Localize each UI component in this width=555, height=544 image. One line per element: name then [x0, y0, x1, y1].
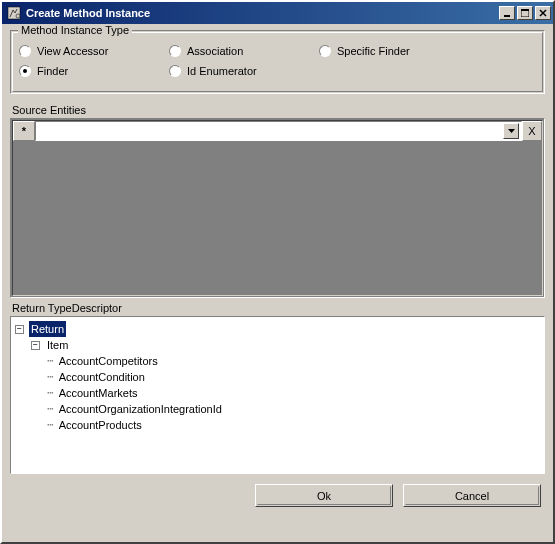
svg-rect-2	[504, 15, 510, 17]
svg-rect-4	[521, 9, 529, 11]
radio-icon	[19, 65, 31, 77]
source-entities-label: Source Entities	[12, 104, 545, 116]
tree-leaf[interactable]: ⋯ AccountCompetitors	[15, 353, 540, 369]
radio-icon	[19, 45, 31, 57]
button-label: Cancel	[455, 490, 489, 502]
tree-line-icon: ⋯	[47, 385, 53, 401]
return-type-label: Return TypeDescriptor	[12, 302, 545, 314]
radio-id-enumerator[interactable]: Id Enumerator	[169, 65, 319, 77]
tree-line-icon: ⋯	[47, 369, 53, 385]
window-controls	[499, 6, 551, 20]
radio-view-accessor[interactable]: View Accessor	[19, 45, 169, 57]
delete-row-button[interactable]: X	[522, 121, 542, 141]
radio-label: Id Enumerator	[187, 65, 257, 77]
svg-rect-0	[8, 7, 20, 19]
new-row-indicator: *	[13, 121, 35, 141]
cancel-button[interactable]: Cancel	[403, 484, 541, 507]
radio-specific-finder[interactable]: Specific Finder	[319, 45, 469, 57]
radio-icon	[169, 45, 181, 57]
maximize-button[interactable]	[517, 6, 533, 20]
tree-line-icon: ⋯	[47, 353, 53, 369]
group-legend: Method Instance Type	[18, 24, 132, 36]
collapse-icon[interactable]: −	[15, 325, 24, 334]
tree-leaf[interactable]: ⋯ AccountMarkets	[15, 385, 540, 401]
tree-leaf[interactable]: ⋯ AccountOrganizationIntegrationId	[15, 401, 540, 417]
source-entities-panel: * X	[10, 118, 545, 298]
grid-header-row: * X	[13, 121, 542, 141]
dropdown-button[interactable]	[503, 123, 519, 139]
minimize-button[interactable]	[499, 6, 515, 20]
radio-label: Finder	[37, 65, 68, 77]
button-bar: Ok Cancel	[10, 474, 545, 511]
tree-label[interactable]: Item	[45, 337, 70, 353]
window-title: Create Method Instance	[26, 7, 499, 19]
radio-label: View Accessor	[37, 45, 108, 57]
app-icon	[6, 5, 22, 21]
button-label: Ok	[317, 490, 331, 502]
tree-label[interactable]: AccountCompetitors	[57, 353, 160, 369]
radio-finder[interactable]: Finder	[19, 65, 169, 77]
radio-association[interactable]: Association	[169, 45, 319, 57]
tree-node-item[interactable]: − Item	[15, 337, 540, 353]
tree-leaf[interactable]: ⋯ AccountCondition	[15, 369, 540, 385]
tree-line-icon: ⋯	[47, 417, 53, 433]
radio-label: Association	[187, 45, 243, 57]
tree-label[interactable]: AccountProducts	[57, 417, 144, 433]
tree-leaf[interactable]: ⋯ AccountProducts	[15, 417, 540, 433]
tree-label[interactable]: AccountMarkets	[57, 385, 140, 401]
entity-dropdown-cell[interactable]	[35, 121, 522, 141]
titlebar: Create Method Instance	[2, 2, 553, 24]
tree-label[interactable]: Return	[29, 321, 66, 337]
tree-node-return[interactable]: − Return	[15, 321, 540, 337]
radio-icon	[169, 65, 181, 77]
ok-button[interactable]: Ok	[255, 484, 393, 507]
x-icon: X	[528, 125, 535, 137]
collapse-icon[interactable]: −	[31, 341, 40, 350]
radio-label: Specific Finder	[337, 45, 410, 57]
tree-label[interactable]: AccountOrganizationIntegrationId	[57, 401, 224, 417]
dialog-content: Method Instance Type View Accessor Assoc…	[2, 24, 553, 542]
radio-icon	[319, 45, 331, 57]
return-type-tree[interactable]: − Return − Item ⋯ AccountCompetitors ⋯ A…	[10, 316, 545, 474]
close-button[interactable]	[535, 6, 551, 20]
method-instance-type-group: Method Instance Type View Accessor Assoc…	[10, 30, 545, 94]
tree-label[interactable]: AccountCondition	[57, 369, 147, 385]
dialog-window: Create Method Instance Method Instance T…	[0, 0, 555, 544]
tree-line-icon: ⋯	[47, 401, 53, 417]
